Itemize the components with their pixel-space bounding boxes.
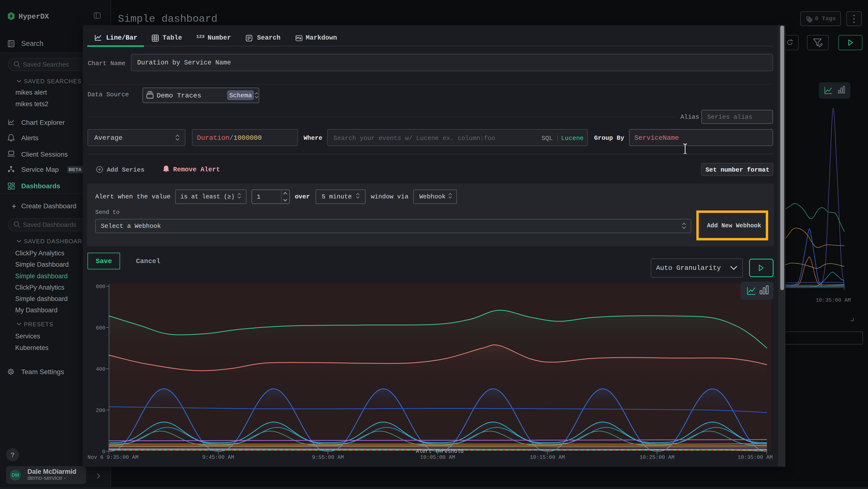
svg-text:Alert Threshold: Alert Threshold <box>416 449 464 455</box>
svg-text:400: 400 <box>96 366 105 372</box>
svg-text:9:45:00 AM: 9:45:00 AM <box>202 455 234 461</box>
svg-text:800: 800 <box>96 284 105 290</box>
svg-text:10:25:00 AM: 10:25:00 AM <box>640 455 674 461</box>
svg-text:Nov 6 9:35:00 AM: Nov 6 9:35:00 AM <box>88 455 138 461</box>
svg-text:0: 0 <box>102 449 105 455</box>
svg-text:9:55:00 AM: 9:55:00 AM <box>312 455 344 461</box>
svg-text:10:35:00 AM: 10:35:00 AM <box>816 297 850 304</box>
svg-text:10:15:00 AM: 10:15:00 AM <box>530 455 565 461</box>
svg-text:600: 600 <box>96 325 105 331</box>
svg-text:?: ? <box>10 451 14 459</box>
svg-text:10:05:00 AM: 10:05:00 AM <box>420 455 455 461</box>
svg-text:200: 200 <box>96 408 105 414</box>
svg-text:10:35:00 AM: 10:35:00 AM <box>738 455 773 461</box>
